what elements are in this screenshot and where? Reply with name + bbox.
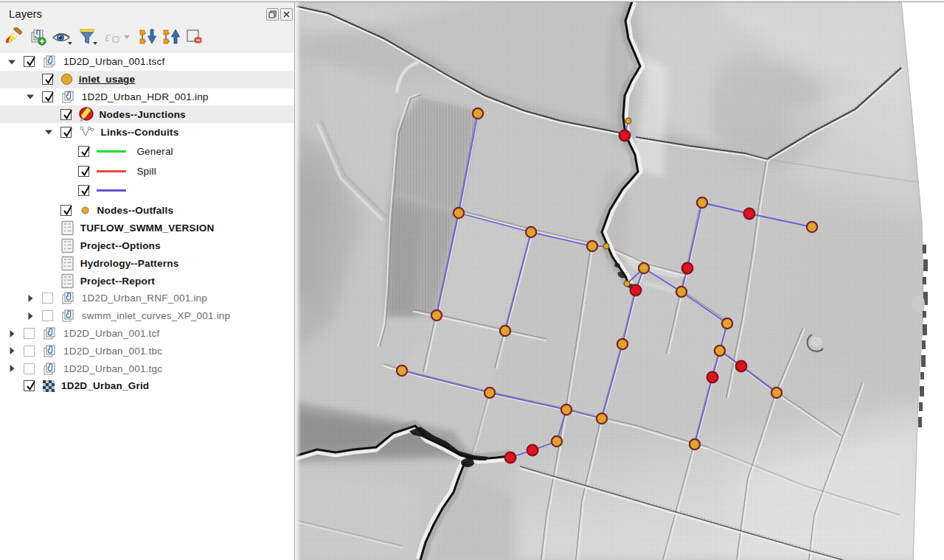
layer-checkbox-checked[interactable]	[78, 146, 89, 157]
layer-row-nodes-junctions[interactable]: Nodes--Junctions	[0, 105, 295, 123]
spill-node[interactable]	[505, 452, 516, 463]
junction-node[interactable]	[722, 318, 732, 329]
outfall-node[interactable]	[603, 243, 609, 249]
junction-node[interactable]	[690, 439, 700, 449]
legend-line-swatch	[97, 150, 126, 153]
junction-node[interactable]	[561, 405, 572, 415]
junction-node[interactable]	[617, 339, 628, 349]
layer-checkbox-checked[interactable]	[24, 56, 35, 67]
junction-node[interactable]	[485, 388, 495, 398]
layer-checkbox-checked[interactable]	[78, 166, 89, 177]
layer-checkbox-checked[interactable]	[42, 91, 53, 102]
map-canvas[interactable]	[295, 0, 944, 560]
float-icon	[267, 9, 278, 20]
junction-node[interactable]	[526, 227, 536, 237]
collapse-all-button[interactable]	[162, 27, 181, 46]
junction-node[interactable]	[676, 287, 687, 297]
layer-row-1d2d-urban-grid[interactable]: 1D2D_Urban_Grid	[0, 377, 295, 395]
expander-open-icon[interactable]	[43, 126, 55, 138]
junction-node[interactable]	[587, 241, 597, 251]
expander-closed-icon[interactable]	[24, 310, 36, 322]
junction-node[interactable]	[639, 263, 649, 273]
layer-checkbox-unchecked[interactable]	[42, 310, 53, 321]
group-icon	[60, 89, 76, 105]
spill-node[interactable]	[620, 130, 631, 141]
layer-row-1d2d-urban-001-tcf[interactable]: 1D2D_Urban_001.tcf	[0, 325, 295, 343]
layer-row-1d2d-urban-001-tscf[interactable]: 1D2D_Urban_001.tscf	[0, 53, 295, 71]
layer-row-project-options[interactable]: Project--Options	[0, 237, 295, 255]
layer-row-spill[interactable]: Spill	[0, 161, 295, 181]
junction-node[interactable]	[473, 108, 483, 119]
layer-label: 1D2D_Urban_001.tcf	[63, 328, 159, 339]
layer-checkbox-unchecked[interactable]	[24, 328, 35, 339]
layer-checkbox-checked[interactable]	[60, 127, 72, 138]
layer-row-1d2d-urban-001-tgc[interactable]: 1D2D_Urban_001.tgc	[0, 360, 295, 377]
remove-layer-button[interactable]	[184, 27, 204, 46]
spill-node[interactable]	[631, 285, 642, 296]
layer-checkbox-checked[interactable]	[60, 205, 72, 216]
layer-row-1d2d-urban-001-tbc[interactable]: 1D2D_Urban_001.tbc	[0, 342, 295, 360]
expander-open-icon[interactable]	[6, 56, 18, 68]
junction-node[interactable]	[552, 436, 562, 447]
layer-label: 1D2D_Urban_001.tscf	[63, 56, 164, 67]
dem-edge-mark	[923, 324, 927, 335]
spill-node[interactable]	[527, 445, 538, 456]
expand-all-icon	[138, 27, 157, 46]
expander-closed-icon[interactable]	[6, 363, 18, 374]
layer-row-swmm-inlet-curves-xp-001-inp[interactable]: swmm_inlet_curves_XP_001.inp	[0, 307, 295, 325]
panel-float-button[interactable]	[266, 8, 279, 21]
layer-row-project-report[interactable]: Project--Report	[0, 272, 295, 290]
junction-node[interactable]	[597, 413, 607, 424]
spill-node[interactable]	[744, 209, 755, 220]
layer-label: Nodes--Junctions	[100, 109, 186, 120]
junction-node[interactable]	[807, 222, 817, 232]
layer-checkbox-unchecked[interactable]	[24, 363, 35, 374]
expander-closed-icon[interactable]	[6, 328, 18, 340]
layer-checkbox-unchecked[interactable]	[42, 293, 53, 304]
expander-open-icon[interactable]	[24, 91, 36, 102]
expander-closed-icon[interactable]	[24, 293, 36, 304]
outfall-node[interactable]	[624, 281, 630, 287]
layer-row-links-conduits[interactable]: Links--Conduits	[0, 123, 295, 141]
dem-edge-mark	[919, 402, 923, 411]
layer-row-hydrology-patterns[interactable]: Hydrology--Patterns	[0, 254, 295, 272]
outfall-node[interactable]	[625, 118, 631, 124]
spill-node[interactable]	[707, 372, 718, 383]
layer-row-inlet-usage[interactable]: inlet_usage	[0, 71, 295, 88]
layer-row-1d2d-urban-rnf-001-inp[interactable]: 1D2D_Urban_RNF_001.inp	[0, 290, 295, 307]
layer-row-general[interactable]: General	[0, 141, 295, 161]
layer-checkbox-checked[interactable]	[24, 380, 35, 391]
junction-node[interactable]	[431, 310, 442, 321]
spill-node[interactable]	[736, 361, 747, 372]
panel-close-button[interactable]	[280, 8, 293, 21]
junction-node[interactable]	[715, 346, 725, 356]
filter-by-expression-button[interactable]: ε	[103, 27, 122, 46]
expander-closed-icon[interactable]	[6, 345, 18, 357]
spill-node[interactable]	[682, 263, 693, 274]
layer-checkbox-checked[interactable]	[60, 109, 72, 120]
junction-node[interactable]	[500, 326, 510, 336]
layer-row-nodes-outfalls[interactable]: Nodes--Outfalls	[0, 202, 295, 220]
junction-node[interactable]	[454, 208, 464, 218]
add-group-button[interactable]	[28, 27, 47, 46]
layer-checkbox-checked[interactable]	[42, 74, 53, 85]
manage-map-themes-button[interactable]	[52, 27, 71, 46]
panel-splitter[interactable]	[294, 0, 295, 560]
qgis-window: Layers	[0, 0, 944, 560]
layer-checkbox-unchecked[interactable]	[24, 346, 35, 357]
junction-node[interactable]	[771, 388, 782, 398]
checkbox-spacer	[42, 240, 53, 251]
layer-label: 1D2D_Urban_Grid	[61, 380, 149, 391]
dem-edge-mark	[923, 245, 926, 253]
dem-edge-mark	[920, 372, 924, 379]
layer-row-tuflow-swmm-version[interactable]: TUFLOW_SWMM_VERSION	[0, 220, 295, 237]
expand-all-button[interactable]	[138, 27, 157, 46]
layer-checkbox-checked[interactable]	[78, 185, 89, 196]
layer-row-symbol-7[interactable]	[0, 181, 295, 201]
open-layer-styling-button[interactable]	[4, 27, 24, 46]
junction-node[interactable]	[397, 365, 407, 376]
point-small-icon	[79, 204, 91, 217]
filter-legend-button[interactable]	[78, 27, 97, 46]
junction-node[interactable]	[697, 197, 707, 208]
layer-row-1d2d-urban-hdr-001-inp[interactable]: 1D2D_Urban_HDR_001.inp	[0, 88, 295, 106]
